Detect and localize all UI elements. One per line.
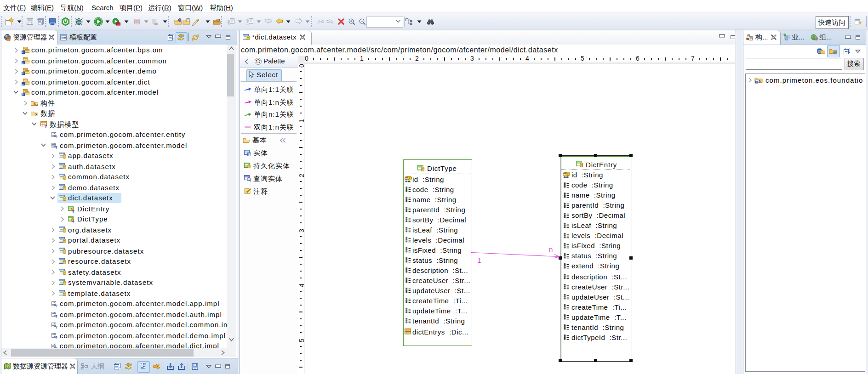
svg-text:?: ? bbox=[34, 113, 37, 117]
svg-text:?: ? bbox=[55, 145, 58, 149]
svg-text:?: ? bbox=[72, 209, 74, 213]
svg-text:?: ? bbox=[55, 135, 58, 139]
svg-text:?: ? bbox=[758, 79, 761, 84]
svg-text:?: ? bbox=[55, 304, 58, 308]
svg-text:?: ? bbox=[55, 325, 58, 329]
svg-text:?: ? bbox=[45, 124, 47, 128]
svg-text:?: ? bbox=[35, 103, 38, 107]
svg-text:?: ? bbox=[72, 219, 74, 223]
svg-text:?: ? bbox=[55, 335, 58, 340]
svg-text:?: ? bbox=[55, 314, 58, 318]
